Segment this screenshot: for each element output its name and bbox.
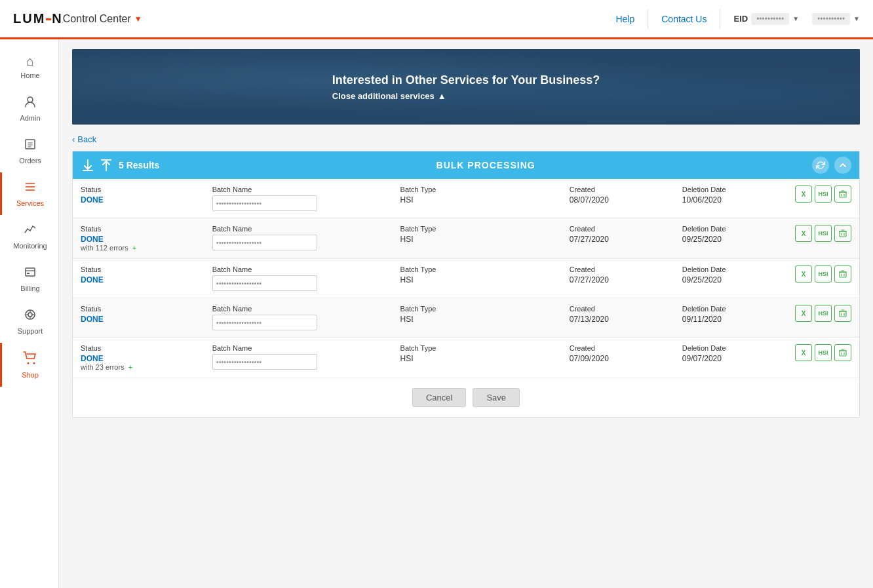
deletion-cell: Deletion Date 09/25/2020: [674, 259, 787, 298]
row-actions: X HSI: [795, 305, 851, 322]
deletion-label: Deletion Date: [682, 305, 779, 313]
svg-rect-18: [840, 192, 846, 197]
export-excel-button[interactable]: X: [795, 186, 812, 203]
batch-name-input[interactable]: [212, 195, 317, 211]
sidebar: ⌂ Home Admin Orders: [0, 39, 59, 588]
error-text: with 23 errors +: [81, 363, 197, 371]
sidebar-item-services-label: Services: [16, 199, 44, 207]
collapse-button[interactable]: [834, 157, 851, 174]
deletion-cell: Deletion Date 10/06/2020: [674, 179, 787, 218]
save-button[interactable]: Save: [473, 388, 520, 407]
batch-name-cell: Batch Name: [204, 338, 393, 378]
download-icon[interactable]: [81, 158, 95, 172]
status-label: Status: [81, 225, 197, 233]
status-label: Status: [81, 265, 197, 273]
table-row: Status DONE Batch Name Batch Type HSI Cr…: [73, 259, 859, 298]
batch-type-value: HSI: [400, 315, 554, 324]
view-hsi-button[interactable]: HSI: [815, 305, 832, 322]
table-row: Status DONE Batch Name Batch Type HSI Cr…: [73, 179, 859, 218]
row-actions-cell: X HSI: [787, 259, 859, 298]
batch-name-label: Batch Name: [212, 225, 385, 233]
delete-button[interactable]: [834, 344, 851, 361]
sidebar-item-home[interactable]: ⌂ Home: [0, 46, 58, 87]
row-actions: X HSI: [795, 265, 851, 283]
expand-errors-button[interactable]: +: [132, 244, 136, 252]
svg-point-14: [28, 363, 29, 364]
sidebar-item-shop[interactable]: Shop: [0, 343, 58, 387]
batch-type-label: Batch Type: [400, 186, 554, 193]
sidebar-item-services[interactable]: Services: [0, 172, 58, 215]
upload-icon[interactable]: [99, 158, 113, 172]
batch-name-input[interactable]: [212, 354, 317, 370]
created-label: Created: [570, 305, 667, 313]
status-label: Status: [81, 186, 197, 193]
created-cell: Created 07/27/2020: [562, 218, 674, 259]
batch-name-input[interactable]: [212, 275, 317, 291]
sidebar-item-orders-label: Orders: [19, 157, 41, 165]
eid-chevron-icon[interactable]: ▼: [792, 15, 799, 22]
delete-button[interactable]: [834, 186, 851, 203]
refresh-button[interactable]: [812, 157, 829, 174]
shop-icon: [23, 351, 37, 368]
sidebar-item-admin[interactable]: Admin: [0, 87, 58, 130]
close-banner-button[interactable]: Close additional services ▲: [332, 91, 600, 101]
created-label: Created: [570, 225, 667, 233]
sidebar-item-orders[interactable]: Orders: [0, 130, 58, 172]
created-value: 07/09/2020: [570, 354, 667, 363]
row-actions: X HSI: [795, 344, 851, 361]
svg-rect-7: [27, 273, 29, 274]
download-icons: [81, 158, 113, 172]
export-excel-button[interactable]: X: [795, 265, 812, 283]
main-content: Interested in Other Services for Your Bu…: [59, 39, 873, 588]
support-icon: [24, 308, 37, 324]
expand-errors-button[interactable]: +: [128, 363, 132, 371]
cancel-button[interactable]: Cancel: [412, 388, 466, 407]
table-row: Status DONE Batch Name Batch Type HSI Cr…: [73, 298, 859, 338]
batch-type-label: Batch Type: [400, 305, 554, 313]
control-center-menu[interactable]: Control Center ▼: [63, 13, 142, 25]
row-actions-cell: X HSI: [787, 298, 859, 338]
user-section: •••••••••• ▼: [812, 13, 860, 25]
export-excel-button[interactable]: X: [795, 344, 812, 361]
svg-rect-28: [840, 272, 846, 277]
batch-name-input[interactable]: [212, 235, 317, 250]
user-chevron-icon[interactable]: ▼: [853, 15, 860, 22]
control-center-label: Control Center: [63, 13, 131, 25]
view-hsi-button[interactable]: HSI: [815, 344, 832, 361]
view-hsi-button[interactable]: HSI: [815, 186, 832, 203]
batch-type-label: Batch Type: [400, 265, 554, 273]
error-text: with 112 errors +: [81, 244, 197, 252]
created-value: 07/27/2020: [570, 235, 667, 244]
delete-button[interactable]: [834, 265, 851, 283]
batch-type-cell: Batch Type HSI: [393, 298, 562, 338]
status-value: DONE: [81, 195, 197, 205]
top-navigation: LUMN Control Center ▼ Help Contact Us EI…: [0, 0, 873, 39]
batch-type-cell: Batch Type HSI: [393, 218, 562, 259]
batch-name-input[interactable]: [212, 315, 317, 330]
banner-content: Interested in Other Services for Your Bu…: [332, 73, 600, 101]
table-row: Status DONE with 112 errors + Batch Name…: [73, 218, 859, 259]
view-hsi-button[interactable]: HSI: [815, 225, 832, 242]
status-value: DONE: [81, 315, 197, 324]
sidebar-item-support[interactable]: Support: [0, 300, 58, 343]
delete-button[interactable]: [834, 305, 851, 322]
view-hsi-button[interactable]: HSI: [815, 265, 832, 283]
delete-button[interactable]: [834, 225, 851, 242]
divider2: [720, 9, 720, 29]
sidebar-item-shop-label: Shop: [22, 371, 39, 379]
close-banner-label: Close additional services: [332, 91, 435, 101]
export-excel-button[interactable]: X: [795, 305, 812, 322]
contact-us-link[interactable]: Contact Us: [661, 14, 707, 24]
deletion-value: 09/11/2020: [682, 315, 779, 324]
sidebar-item-billing[interactable]: Billing: [0, 258, 58, 300]
help-link[interactable]: Help: [615, 14, 634, 24]
svg-point-15: [33, 363, 35, 364]
deletion-cell: Deletion Date 09/11/2020: [674, 298, 787, 338]
sidebar-item-monitoring-label: Monitoring: [13, 242, 47, 250]
status-value: DONE: [81, 235, 197, 244]
batch-type-value: HSI: [400, 235, 554, 244]
export-excel-button[interactable]: X: [795, 225, 812, 242]
svg-rect-1: [26, 140, 35, 149]
back-link[interactable]: ‹ Back: [72, 134, 96, 144]
sidebar-item-monitoring[interactable]: Monitoring: [0, 215, 58, 258]
